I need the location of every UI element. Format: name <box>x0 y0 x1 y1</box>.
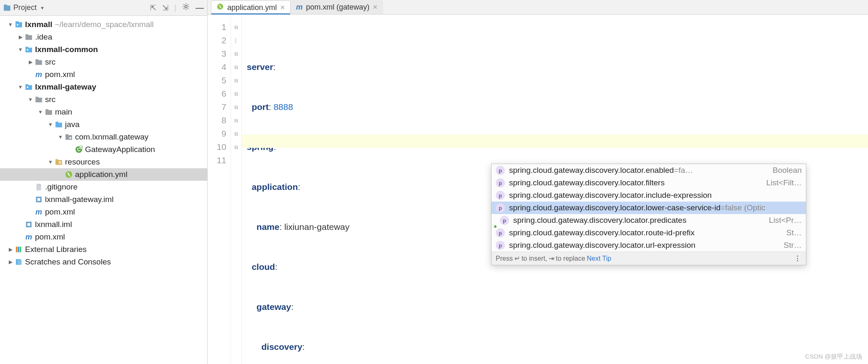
project-selector[interactable]: Project ▼ <box>3 3 45 12</box>
svg-rect-22 <box>65 135 72 140</box>
tree-item-gitignore[interactable]: .gitignore <box>0 181 207 193</box>
svg-rect-37 <box>16 247 17 252</box>
tree-item-root-pom[interactable]: m pom.xml <box>0 231 207 243</box>
more-icon[interactable]: ⋮ <box>794 254 802 262</box>
tree-item-gateway[interactable]: ▼ lxnmall-gateway <box>0 81 207 93</box>
tree-item-common[interactable]: ▼ lxnmall-common <box>0 43 207 56</box>
svg-rect-10 <box>27 49 28 50</box>
svg-rect-28 <box>55 160 62 165</box>
maven-icon: m <box>34 70 43 79</box>
svg-rect-38 <box>18 247 19 252</box>
tree-item-resources[interactable]: ▼ resources <box>0 156 207 168</box>
completion-item[interactable]: p spring.cloud.gateway.discovery.locator… <box>492 189 806 202</box>
property-icon: p <box>496 203 505 212</box>
svg-rect-5 <box>17 24 18 25</box>
svg-rect-31 <box>59 163 61 164</box>
svg-rect-34 <box>38 198 40 201</box>
property-icon: p <box>496 228 505 237</box>
gear-icon[interactable] <box>182 3 190 12</box>
code-area[interactable]: 123 456 789 1011 ⊟│⊟⊟⊟⊟⊟⊟⊟⊟ server: port… <box>208 15 868 364</box>
svg-rect-1 <box>4 5 7 6</box>
editor-tabs: application.yml ✕ m pom.xml (gateway) ✕ <box>208 0 868 15</box>
tree-item-main[interactable]: ▼ main <box>0 106 207 118</box>
svg-rect-36 <box>28 223 30 226</box>
svg-rect-3 <box>15 22 22 27</box>
tab-key-icon: ⇥ <box>549 254 554 262</box>
svg-rect-29 <box>55 159 58 160</box>
tree-item-common-pom[interactable]: m pom.xml <box>0 68 207 81</box>
completion-item[interactable]: p spring.cloud.gateway.discovery.locator… <box>492 177 806 189</box>
tree-item-application-yml[interactable]: application.yml <box>0 168 207 181</box>
svg-point-24 <box>69 137 71 139</box>
expand-all-icon[interactable]: ⇲ <box>162 3 168 12</box>
svg-rect-6 <box>25 35 32 40</box>
project-tree: ▼ lxnmall ~/learn/demo_space/lxnmall ▶ .… <box>0 16 207 364</box>
svg-rect-7 <box>25 34 28 35</box>
svg-rect-18 <box>45 110 52 115</box>
tab-application-yml[interactable]: application.yml ✕ <box>211 0 291 15</box>
iml-icon <box>24 221 33 228</box>
maven-icon: m <box>296 3 303 12</box>
tree-item-lxnmall-iml[interactable]: lxnmall.iml <box>0 218 207 231</box>
completion-footer: Press ↵ to insert, ⇥ to replace Next Tip… <box>492 252 806 265</box>
close-icon[interactable]: ✕ <box>373 4 378 10</box>
tree-item-scratches[interactable]: ▶ Scratches and Consoles <box>0 256 207 268</box>
svg-rect-30 <box>59 162 61 162</box>
svg-rect-11 <box>35 60 42 65</box>
tree-item-gateway-application[interactable]: C GatewayApplication <box>0 143 207 156</box>
svg-point-2 <box>185 5 187 8</box>
completion-item[interactable]: p spring.cloud.gateway.discovery.locator… <box>492 214 806 227</box>
svg-rect-41 <box>18 260 22 265</box>
editor: application.yml ✕ m pom.xml (gateway) ✕ … <box>208 0 868 364</box>
file-icon <box>34 183 43 191</box>
tree-item-java[interactable]: ▼ java <box>0 118 207 131</box>
fold-gutter: ⊟│⊟⊟⊟⊟⊟⊟⊟⊟ <box>231 15 242 364</box>
tree-item-idea[interactable]: ▶ .idea <box>0 31 207 43</box>
tree-root[interactable]: ▼ lxnmall ~/learn/demo_space/lxnmall <box>0 18 207 31</box>
completion-item[interactable]: p spring.cloud.gateway.discovery.locator… <box>492 239 806 252</box>
svg-rect-20 <box>55 123 62 127</box>
close-icon[interactable]: ✕ <box>280 4 285 11</box>
tab-label: application.yml <box>227 3 277 12</box>
project-label-text: Project <box>13 3 37 12</box>
tree-item-external-libraries[interactable]: ▶ External Libraries <box>0 243 207 256</box>
project-icon <box>3 4 11 12</box>
svg-rect-13 <box>25 85 32 90</box>
property-icon: p <box>496 166 505 175</box>
tab-pom-gateway[interactable]: m pom.xml (gateway) ✕ <box>291 0 383 14</box>
hide-icon[interactable]: — <box>196 3 204 12</box>
tree-item-gateway-pom[interactable]: m pom.xml <box>0 206 207 218</box>
svg-rect-19 <box>45 109 48 110</box>
completion-item-selected[interactable]: p spring.cloud.gateway.discovery.locator… <box>492 202 806 214</box>
svg-rect-0 <box>4 5 10 10</box>
tree-item-common-src[interactable]: ▶ src <box>0 56 207 68</box>
tree-item-package[interactable]: ▼ com.lxnmall.gateway <box>0 131 207 143</box>
next-tip-link[interactable]: Next Tip <box>587 255 612 262</box>
svg-point-27 <box>79 146 83 149</box>
svg-rect-12 <box>35 59 38 60</box>
svg-rect-21 <box>55 122 58 123</box>
completion-item[interactable]: p spring.cloud.gateway.discovery.locator… <box>492 227 806 239</box>
svg-rect-39 <box>20 247 21 252</box>
iml-icon <box>34 196 43 203</box>
line-gutter: 123 456 789 1011 <box>208 15 231 364</box>
maven-icon: m <box>34 208 43 217</box>
property-icon: p <box>496 241 505 250</box>
watermark: CSDN @披甲上战场 <box>805 353 862 361</box>
tree-item-gateway-src[interactable]: ▼ src <box>0 93 207 106</box>
enter-key-icon: ↵ <box>514 254 520 262</box>
svg-rect-8 <box>25 48 32 52</box>
svg-rect-16 <box>35 98 42 102</box>
completion-item[interactable]: p spring.cloud.gateway.discovery.locator… <box>492 164 806 177</box>
sidebar-header: Project ▼ ⇱ ⇲ | — <box>0 0 207 16</box>
property-icon: p <box>496 191 505 200</box>
yaml-spring-icon <box>216 3 224 12</box>
tree-item-gateway-iml[interactable]: lxnmall-gateway.iml <box>0 193 207 206</box>
maven-icon: m <box>24 233 33 242</box>
property-icon: p <box>496 178 505 187</box>
scroll-from-source-icon[interactable]: ⇱ <box>150 3 156 12</box>
svg-rect-9 <box>25 47 28 48</box>
class-icon: C <box>74 145 83 154</box>
project-sidebar: Project ▼ ⇱ ⇲ | — ▼ lxnmall ~/learn/demo… <box>0 0 208 364</box>
svg-rect-23 <box>65 134 68 135</box>
